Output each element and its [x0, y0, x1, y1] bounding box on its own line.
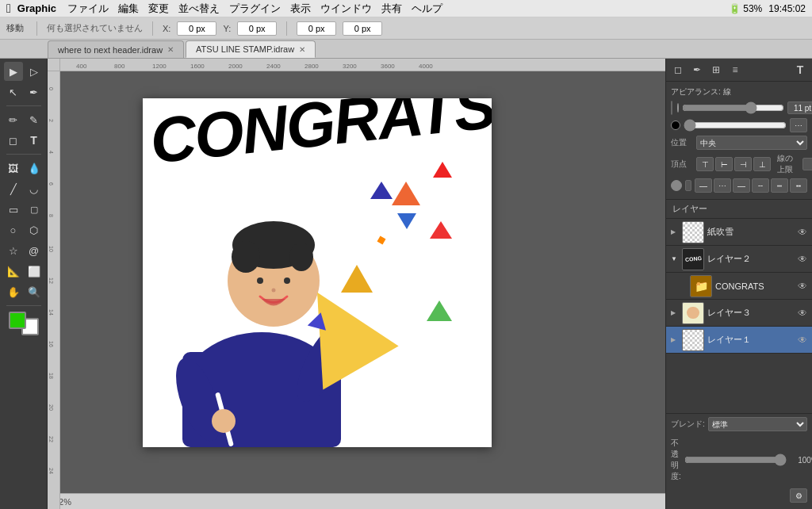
layer-item-3[interactable]: ▶ レイヤー３ 👁 [666, 300, 812, 327]
star-tool[interactable]: ☆ [4, 241, 23, 260]
node-tool[interactable]: ↖ [4, 82, 23, 101]
w-input[interactable] [297, 21, 336, 36]
toolbar: 移動 何も選択されていません X: Y: [0, 17, 812, 40]
ellipse-tool[interactable]: ○ [4, 220, 23, 239]
dash-btn-1[interactable]: ― [695, 178, 712, 193]
x-input[interactable] [177, 21, 216, 36]
layer-eye-kamifubuki[interactable]: 👁 [798, 227, 807, 238]
stroke-preview[interactable] [671, 101, 672, 115]
dash-color[interactable] [671, 180, 682, 191]
line-tool[interactable]: ╱ [4, 179, 23, 198]
menu-view[interactable]: 表示 [290, 2, 311, 16]
hand-tool[interactable]: ✋ [4, 282, 23, 301]
layer-eye-1[interactable]: 👁 [798, 335, 807, 346]
y-input[interactable] [237, 21, 277, 36]
rounded-rect-tool[interactable]: ▢ [25, 200, 44, 219]
eraser-tool[interactable]: ◻ [4, 131, 23, 150]
layer-item-2[interactable]: ▼ CONG レイヤー２ 👁 [666, 246, 812, 273]
text-tool[interactable]: T [25, 131, 44, 150]
layer-eye-3[interactable]: 👁 [798, 308, 807, 319]
settings-gear-btn[interactable]: ⚙ [790, 488, 807, 503]
h-input[interactable] [343, 21, 382, 36]
apple-menu[interactable]:  [6, 2, 11, 16]
layer-arrow-1[interactable]: ▶ [671, 336, 679, 343]
brush-tool[interactable]: ✎ [25, 110, 44, 129]
color-swatch-1[interactable] [671, 121, 680, 130]
appearance-layers-icon[interactable]: ≡ [726, 61, 744, 78]
tab-atsu[interactable]: ATSU LINE STAMP.idraw ✕ [186, 40, 316, 58]
polygon-tool[interactable]: ⬡ [25, 220, 44, 239]
layer-arrow-kamifubuki[interactable]: ▶ [671, 228, 679, 235]
arc-tool[interactable]: ◡ [25, 179, 44, 198]
layer-item-kamifubuki[interactable]: ▶ 紙吹雪 👁 [666, 219, 812, 246]
select-tool[interactable]: ▶ [4, 62, 23, 81]
blend-row: ブレンド: 標準 不透明度: 100% ⚙ [666, 413, 812, 509]
appearance-icon-toolbar: ◻ ✒ ⊞ ≡ T [666, 59, 812, 82]
image-tool[interactable]: 🖼 [4, 159, 23, 178]
pen-tool[interactable]: ✒ [25, 82, 44, 101]
menu-sort[interactable]: 並べ替え [178, 2, 220, 16]
position-label: 位置 [671, 137, 693, 148]
stroke-size-input[interactable] [787, 101, 812, 114]
spiral-tool[interactable]: @ [25, 241, 44, 260]
rect-tool[interactable]: ▭ [4, 200, 23, 219]
transform-tool[interactable]: ⬜ [25, 262, 44, 281]
opacity-slider[interactable] [684, 454, 787, 466]
layer-eye-congrats[interactable]: 👁 [798, 281, 807, 292]
dash-btn-2[interactable]: ⋯ [714, 178, 731, 193]
vertex-btn-1[interactable]: ⊤ [696, 157, 714, 171]
stroke-dot[interactable] [677, 103, 679, 113]
layer-eye-2[interactable]: 👁 [798, 254, 807, 265]
layer-name-congrats: CONGRATS [715, 281, 795, 291]
position-select[interactable]: 中央 [696, 136, 807, 150]
layer-item-congrats[interactable]: 📁 CONGRATS 👁 [666, 273, 812, 300]
tab-where[interactable]: where to next header.idraw ✕ [48, 40, 184, 58]
zoom-tool[interactable]: 🔍 [25, 282, 44, 301]
appearance-select-icon[interactable]: ◻ [669, 61, 687, 78]
menu-file[interactable]: ファイル [67, 2, 109, 16]
vertex-btn-2[interactable]: ⊢ [715, 157, 733, 171]
layer-arrow-2[interactable]: ▼ [671, 255, 679, 262]
appearance-more-icon[interactable]: T [791, 61, 809, 78]
layers-panel: レイヤー ▶ 紙吹雪 👁 ▼ CONG レイヤー２ 👁 [666, 200, 812, 509]
canvas-area[interactable]: 400 800 1200 1600 2000 2400 2800 3200 36… [48, 59, 665, 509]
status-bar: 22% [48, 493, 665, 509]
fill-color[interactable] [9, 312, 26, 329]
menu-window[interactable]: ウインドウ [320, 2, 372, 16]
vertex-btn-3[interactable]: ⊣ [734, 157, 752, 171]
layer-arrow-3[interactable]: ▶ [671, 309, 679, 316]
pencil-tool[interactable]: ✏ [4, 110, 23, 129]
blend-mode-row: ブレンド: 標準 [671, 417, 807, 431]
eyedropper-tool[interactable]: 💧 [25, 159, 44, 178]
confetti-red-3 [430, 221, 452, 239]
menu-share[interactable]: 共有 [381, 2, 402, 16]
dash-btn-6[interactable]: ╍ [790, 178, 807, 193]
menu-help[interactable]: ヘルプ [412, 2, 442, 16]
appearance-grid-icon[interactable]: ⊞ [707, 61, 725, 78]
direct-select-tool[interactable]: ▷ [25, 62, 44, 81]
dash-btn-3[interactable]: — [733, 178, 750, 193]
dash-row: ― ⋯ — ╌ ┅ ╍ [671, 178, 807, 193]
dash-preview[interactable] [685, 180, 691, 191]
layer-item-1[interactable]: ▶ レイヤー１ 👁 [666, 327, 812, 354]
layer-name-3: レイヤー３ [707, 307, 795, 319]
stroke-slider[interactable] [682, 102, 784, 113]
tab-where-close[interactable]: ✕ [167, 45, 174, 54]
menu-plugin[interactable]: プラグイン [229, 2, 281, 16]
dash-btn-4[interactable]: ╌ [752, 178, 769, 193]
layer-thumb-3 [682, 302, 704, 324]
stroke-top-input[interactable] [802, 158, 812, 170]
appearance-pen-icon[interactable]: ✒ [688, 61, 706, 78]
menu-edit[interactable]: 編集 [118, 2, 139, 16]
tab-atsu-close[interactable]: ✕ [299, 45, 305, 54]
menu-change[interactable]: 変更 [148, 2, 169, 16]
color-panel-btn[interactable]: ⋯ [790, 118, 807, 132]
measure-tool[interactable]: 📐 [4, 262, 23, 281]
blend-select[interactable]: 標準 [708, 417, 807, 431]
color-slider[interactable] [684, 120, 787, 131]
dash-btn-5[interactable]: ┅ [771, 178, 788, 193]
canvas[interactable]: CONGRATS! [143, 98, 492, 447]
menubar-right: 🔋 53% 19:45:02 [729, 3, 806, 14]
vertex-btn-4[interactable]: ⊥ [753, 157, 771, 171]
layer-name-2: レイヤー２ [707, 253, 795, 265]
